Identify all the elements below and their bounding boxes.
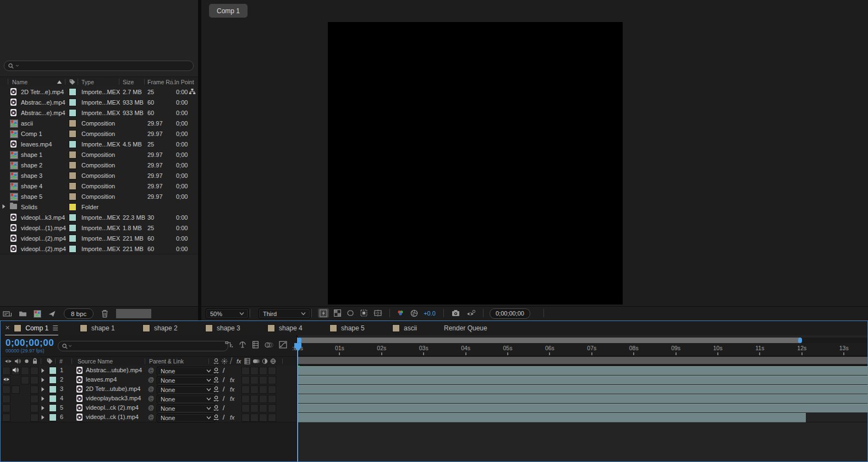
layer-duration-bar[interactable]: [298, 394, 868, 404]
layer-duration-bar[interactable]: [298, 413, 806, 422]
transparency-grid-button[interactable]: [332, 308, 342, 318]
timeline-tab-shape-5[interactable]: shape 5: [329, 321, 365, 335]
label-color-swatch[interactable]: [69, 182, 76, 190]
show-snapshot-eye-icon[interactable]: [464, 308, 477, 318]
resolution-dropdown[interactable]: Third: [259, 308, 310, 319]
layer-quality-switch[interactable]: /: [223, 394, 225, 403]
motion-blur-box[interactable]: [250, 395, 259, 403]
label-color-swatch[interactable]: [69, 119, 76, 127]
layer-duration-bar[interactable]: [298, 404, 868, 413]
lock-toggle[interactable]: [30, 414, 39, 422]
project-item-row[interactable]: shape 1Composition29.970;00: [0, 149, 198, 160]
project-scrollbar-thumb[interactable]: [116, 309, 151, 318]
layer-expand-arrow-icon[interactable]: [41, 415, 45, 420]
frame-blend-box[interactable]: [241, 385, 250, 394]
panel-menu-icon[interactable]: ☰: [52, 324, 58, 332]
adjustment-box[interactable]: [259, 414, 267, 422]
motion-blur-icon[interactable]: [265, 341, 273, 349]
grid-and-guides-button[interactable]: [372, 308, 384, 318]
lock-toggle[interactable]: [30, 376, 39, 384]
collapse-transformations-icon[interactable]: [221, 358, 228, 365]
navigator-end-handle[interactable]: [798, 338, 802, 343]
project-item-row[interactable]: videopl...k3.mp4Importe...MEX22.3 MB300:…: [0, 212, 198, 223]
exposure-value[interactable]: +0.0: [421, 308, 438, 318]
project-item-row[interactable]: leaves.mp4Importe...MEX4.5 MB250:00: [0, 139, 198, 150]
parent-pickwhip-icon[interactable]: @: [148, 404, 154, 411]
layer-label-swatch[interactable]: [49, 385, 57, 393]
timeline-tab-shape-3[interactable]: shape 3: [205, 321, 240, 335]
layer-quality-switch[interactable]: /: [223, 376, 225, 384]
layer-source-name[interactable]: videoplayback3.mp4: [86, 395, 141, 401]
layer-shy-icon[interactable]: [213, 394, 219, 403]
label-color-swatch[interactable]: [69, 161, 76, 169]
layer-expand-arrow-icon[interactable]: [41, 377, 45, 383]
parent-pickwhip-icon[interactable]: @: [148, 414, 154, 420]
layer-fx-switch[interactable]: fx: [230, 394, 234, 403]
layer-duration-bar[interactable]: [298, 376, 868, 385]
current-time-display[interactable]: 0;00;00;00: [6, 338, 54, 349]
expand-arrow-icon[interactable]: [2, 204, 6, 209]
time-navigator-bar[interactable]: [298, 338, 802, 343]
timeline-tab-ascii[interactable]: ascii: [392, 321, 417, 335]
layer-quality-switch[interactable]: /: [223, 404, 225, 412]
column-parent-link[interactable]: Parent & Link: [149, 358, 184, 365]
project-item-row[interactable]: Abstrac...e).mp4Importe...MEX933 MB600:0…: [0, 107, 198, 118]
layer-quality-switch[interactable]: /: [223, 413, 225, 421]
lock-toggle[interactable]: [30, 404, 39, 412]
parent-link-dropdown[interactable]: None: [157, 385, 215, 394]
timeline-search-box[interactable]: [58, 341, 228, 351]
draft-3d-icon[interactable]: [239, 341, 246, 349]
label-column-tag-icon[interactable]: [46, 358, 53, 365]
project-item-row[interactable]: shape 3Composition29.970;00: [0, 170, 198, 181]
shy-switch-icon[interactable]: [213, 358, 219, 365]
layer-label-swatch[interactable]: [49, 404, 57, 412]
layer-eye-icon[interactable]: [3, 377, 10, 382]
project-item-row[interactable]: SolidsFolder: [0, 202, 198, 213]
new-folder-icon[interactable]: [19, 310, 27, 317]
parent-link-dropdown[interactable]: None: [157, 367, 215, 376]
composition-mini-flowchart-icon[interactable]: [225, 341, 233, 349]
layer-shy-icon[interactable]: [213, 376, 219, 384]
3d-box[interactable]: [268, 376, 276, 384]
frame-blend-box[interactable]: [241, 376, 250, 384]
adjustment-layer-switch-icon[interactable]: [262, 358, 268, 365]
layer-expand-arrow-icon[interactable]: [41, 368, 45, 373]
layer-label-swatch[interactable]: [49, 395, 57, 403]
channel-rgb-button[interactable]: [395, 308, 406, 318]
lock-toggle[interactable]: [30, 367, 39, 375]
video-toggle[interactable]: [2, 395, 10, 403]
layer-expand-arrow-icon[interactable]: [41, 405, 45, 411]
layer-expand-arrow-icon[interactable]: [41, 387, 45, 392]
layer-row[interactable]: 1Abstrac...utube).mp4@None/: [1, 366, 296, 376]
motion-blur-box[interactable]: [250, 414, 259, 422]
project-flowchart-icon[interactable]: [48, 310, 56, 318]
layer-duration-bar[interactable]: [298, 366, 868, 376]
timeline-tab-comp-1[interactable]: ✕Comp 1☰: [5, 321, 58, 336]
label-color-swatch[interactable]: [69, 151, 76, 159]
timeline-tab-shape-4[interactable]: shape 4: [267, 321, 303, 335]
mask-visibility-button[interactable]: [345, 308, 355, 318]
project-item-row[interactable]: asciiComposition29.970;00: [0, 118, 198, 129]
solo-toggle[interactable]: [21, 376, 29, 384]
project-item-row[interactable]: shape 2Composition29.970;00: [0, 160, 198, 171]
layer-source-name[interactable]: videopl...ck (1).mp4: [86, 414, 139, 420]
layer-shy-icon[interactable]: [213, 366, 219, 374]
parent-pickwhip-icon[interactable]: @: [148, 395, 154, 401]
motion-blur-box[interactable]: [250, 376, 259, 384]
parent-link-dropdown[interactable]: None: [157, 414, 215, 422]
layer-row[interactable]: 4videoplayback3.mp4@None/fx: [1, 394, 296, 404]
adjustment-box[interactable]: [259, 367, 267, 375]
adjustment-box[interactable]: [259, 395, 267, 403]
adjustment-box[interactable]: [259, 385, 267, 394]
trash-icon[interactable]: [101, 309, 108, 318]
layer-shy-icon[interactable]: [213, 385, 219, 393]
layer-label-swatch[interactable]: [49, 376, 57, 384]
label-color-swatch[interactable]: [69, 245, 76, 253]
exposure-reset-icon[interactable]: [409, 308, 419, 318]
interpret-footage-icon[interactable]: [3, 310, 12, 318]
parent-pickwhip-icon[interactable]: @: [148, 367, 154, 373]
motion-blur-switch-icon[interactable]: [252, 358, 260, 365]
3d-box[interactable]: [268, 404, 276, 412]
magnification-dropdown[interactable]: 50%: [206, 308, 249, 319]
layer-duration-bar[interactable]: [298, 385, 868, 394]
